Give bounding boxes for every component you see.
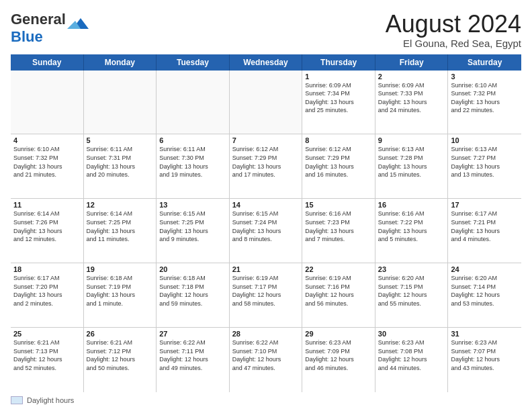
cell-info: Sunrise: 6:18 AM Sunset: 7:18 PM Dayligh… [159,274,226,308]
calendar-cell [230,71,303,134]
cell-info: Sunrise: 6:17 AM Sunset: 7:21 PM Dayligh… [451,210,519,243]
day-number: 3 [451,73,519,81]
cell-info: Sunrise: 6:10 AM Sunset: 7:32 PM Dayligh… [13,145,81,179]
cell-info: Sunrise: 6:09 AM Sunset: 7:34 PM Dayligh… [305,81,372,115]
calendar-body: 1Sunrise: 6:09 AM Sunset: 7:34 PM Daylig… [11,71,521,392]
cell-info: Sunrise: 6:21 AM Sunset: 7:13 PM Dayligh… [13,338,81,372]
day-number: 19 [87,265,154,273]
daylight-label: Daylight hours [27,396,74,404]
day-number: 2 [378,73,445,81]
day-number: 29 [305,330,372,338]
cell-info: Sunrise: 6:10 AM Sunset: 7:32 PM Dayligh… [451,81,519,115]
calendar-cell: 23Sunrise: 6:20 AM Sunset: 7:15 PM Dayli… [375,263,449,327]
calendar-cell: 27Sunrise: 6:22 AM Sunset: 7:11 PM Dayli… [157,328,230,392]
day-number: 27 [159,330,226,338]
day-number: 15 [305,201,372,209]
calendar: SundayMondayTuesdayWednesdayThursdayFrid… [11,54,521,392]
calendar-cell: 9Sunrise: 6:13 AM Sunset: 7:28 PM Daylig… [375,134,449,198]
cell-info: Sunrise: 6:13 AM Sunset: 7:27 PM Dayligh… [451,145,519,179]
header-day-monday: Monday [84,54,157,71]
cell-info: Sunrise: 6:15 AM Sunset: 7:25 PM Dayligh… [159,210,226,243]
location: El Gouna, Red Sea, Egypt [386,38,521,49]
day-number: 18 [13,265,81,273]
day-number: 20 [159,265,226,273]
cell-info: Sunrise: 6:22 AM Sunset: 7:10 PM Dayligh… [232,338,300,372]
calendar-cell: 14Sunrise: 6:15 AM Sunset: 7:24 PM Dayli… [230,199,303,263]
calendar-cell: 8Sunrise: 6:12 AM Sunset: 7:29 PM Daylig… [302,134,375,198]
cell-info: Sunrise: 6:09 AM Sunset: 7:33 PM Dayligh… [378,81,445,115]
day-number: 24 [451,265,519,273]
page: General Blue August 2024 El Gouna, Red S… [0,0,532,411]
calendar-cell: 2Sunrise: 6:09 AM Sunset: 7:33 PM Daylig… [375,71,449,134]
header-day-wednesday: Wednesday [230,54,303,71]
header: General Blue August 2024 El Gouna, Red S… [11,11,521,49]
day-number: 25 [13,330,81,338]
cell-info: Sunrise: 6:23 AM Sunset: 7:09 PM Dayligh… [305,338,372,372]
cell-info: Sunrise: 6:12 AM Sunset: 7:29 PM Dayligh… [305,145,372,179]
day-number: 9 [378,136,445,144]
cell-info: Sunrise: 6:16 AM Sunset: 7:22 PM Dayligh… [378,210,445,243]
header-day-thursday: Thursday [302,54,375,71]
cell-info: Sunrise: 6:20 AM Sunset: 7:15 PM Dayligh… [378,274,445,308]
day-number: 16 [378,201,445,209]
cell-info: Sunrise: 6:14 AM Sunset: 7:26 PM Dayligh… [13,210,81,243]
cell-info: Sunrise: 6:23 AM Sunset: 7:08 PM Dayligh… [378,338,445,372]
cell-info: Sunrise: 6:18 AM Sunset: 7:19 PM Dayligh… [87,274,154,308]
calendar-cell: 4Sunrise: 6:10 AM Sunset: 7:32 PM Daylig… [11,134,84,198]
cell-info: Sunrise: 6:20 AM Sunset: 7:14 PM Dayligh… [451,274,519,308]
calendar-cell: 16Sunrise: 6:16 AM Sunset: 7:22 PM Dayli… [375,199,449,263]
day-number: 11 [13,201,81,209]
logo-text: General Blue [11,11,66,46]
calendar-cell: 30Sunrise: 6:23 AM Sunset: 7:08 PM Dayli… [375,328,449,392]
cell-info: Sunrise: 6:15 AM Sunset: 7:24 PM Dayligh… [232,210,300,243]
cell-info: Sunrise: 6:11 AM Sunset: 7:30 PM Dayligh… [159,145,226,179]
calendar-row: 25Sunrise: 6:21 AM Sunset: 7:13 PM Dayli… [11,328,521,392]
calendar-row: 11Sunrise: 6:14 AM Sunset: 7:26 PM Dayli… [11,199,521,263]
day-number: 6 [159,136,226,144]
header-day-saturday: Saturday [448,54,521,71]
title-block: August 2024 El Gouna, Red Sea, Egypt [386,11,521,49]
day-number: 17 [451,201,519,209]
day-number: 30 [378,330,445,338]
day-number: 31 [451,330,519,338]
calendar-cell: 31Sunrise: 6:23 AM Sunset: 7:07 PM Dayli… [448,328,521,392]
day-number: 28 [232,330,300,338]
cell-info: Sunrise: 6:11 AM Sunset: 7:31 PM Dayligh… [87,145,154,179]
cell-info: Sunrise: 6:21 AM Sunset: 7:12 PM Dayligh… [87,338,154,372]
cell-info: Sunrise: 6:22 AM Sunset: 7:11 PM Dayligh… [159,338,226,372]
day-number: 1 [305,73,372,81]
day-number: 5 [87,136,154,144]
calendar-row: 1Sunrise: 6:09 AM Sunset: 7:34 PM Daylig… [11,71,521,135]
calendar-cell: 25Sunrise: 6:21 AM Sunset: 7:13 PM Dayli… [11,328,84,392]
day-number: 22 [305,265,372,273]
header-day-tuesday: Tuesday [157,54,230,71]
day-number: 7 [232,136,300,144]
calendar-cell: 24Sunrise: 6:20 AM Sunset: 7:14 PM Dayli… [448,263,521,327]
calendar-cell: 7Sunrise: 6:12 AM Sunset: 7:29 PM Daylig… [230,134,303,198]
calendar-cell: 3Sunrise: 6:10 AM Sunset: 7:32 PM Daylig… [448,71,521,134]
day-number: 12 [87,201,154,209]
cell-info: Sunrise: 6:12 AM Sunset: 7:29 PM Dayligh… [232,145,300,179]
cell-info: Sunrise: 6:19 AM Sunset: 7:16 PM Dayligh… [305,274,372,308]
header-day-friday: Friday [375,54,449,71]
calendar-cell: 13Sunrise: 6:15 AM Sunset: 7:25 PM Dayli… [157,199,230,263]
calendar-cell: 15Sunrise: 6:16 AM Sunset: 7:23 PM Dayli… [302,199,375,263]
calendar-cell: 17Sunrise: 6:17 AM Sunset: 7:21 PM Dayli… [448,199,521,263]
logo-blue: Blue [11,28,43,45]
calendar-cell: 26Sunrise: 6:21 AM Sunset: 7:12 PM Dayli… [84,328,157,392]
calendar-cell: 19Sunrise: 6:18 AM Sunset: 7:19 PM Dayli… [84,263,157,327]
calendar-cell: 10Sunrise: 6:13 AM Sunset: 7:27 PM Dayli… [448,134,521,198]
calendar-cell: 28Sunrise: 6:22 AM Sunset: 7:10 PM Dayli… [230,328,303,392]
cell-info: Sunrise: 6:14 AM Sunset: 7:25 PM Dayligh… [87,210,154,243]
day-number: 14 [232,201,300,209]
calendar-row: 4Sunrise: 6:10 AM Sunset: 7:32 PM Daylig… [11,134,521,199]
day-number: 4 [13,136,81,144]
calendar-cell: 5Sunrise: 6:11 AM Sunset: 7:31 PM Daylig… [84,134,157,198]
day-number: 10 [451,136,519,144]
cell-info: Sunrise: 6:16 AM Sunset: 7:23 PM Dayligh… [305,210,372,243]
calendar-cell [157,71,230,134]
calendar-cell [84,71,157,134]
month-title: August 2024 [386,11,521,38]
day-number: 23 [378,265,445,273]
calendar-header: SundayMondayTuesdayWednesdayThursdayFrid… [11,54,521,71]
